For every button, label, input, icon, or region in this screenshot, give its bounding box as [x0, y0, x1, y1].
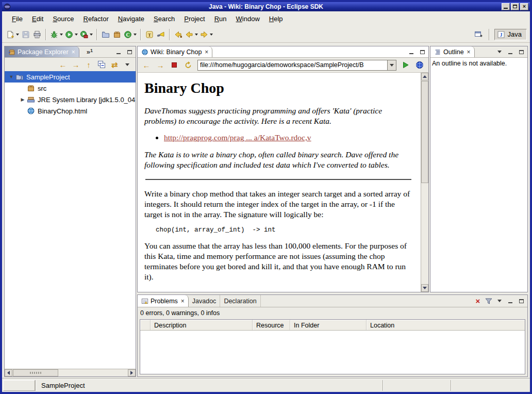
menu-refactor[interactable]: Refactor	[79, 13, 113, 24]
window-close-button[interactable]: ×	[520, 3, 528, 10]
url-input[interactable]	[197, 60, 387, 71]
tab-javadoc[interactable]: Javadoc	[189, 295, 221, 307]
scroll-up-button[interactable]	[421, 73, 428, 80]
kata-link[interactable]: http://pragprog.com/prag ... a/KataTwo.r…	[164, 133, 311, 142]
menu-window[interactable]: Window	[231, 13, 264, 24]
tab-package-explorer[interactable]: Package Explorer ×	[5, 46, 79, 57]
horizontal-scrollbar[interactable]	[5, 369, 136, 376]
html-file-icon	[27, 107, 35, 115]
tab-outline[interactable]: Outline ×	[430, 46, 475, 57]
scroll-left-button[interactable]	[5, 369, 12, 376]
browser-back-button[interactable]: ←	[141, 59, 152, 71]
tree-item-sampleproject[interactable]: ▼ J SampleProject	[5, 71, 136, 83]
titlebar[interactable]: Java - Wiki: Binary Chop - Eclipse SDK ×	[2, 2, 530, 11]
column-resource[interactable]: Resource	[253, 320, 290, 330]
run-button[interactable]	[64, 28, 79, 41]
print-button[interactable]	[31, 28, 43, 41]
maximize-view-button[interactable]	[517, 297, 525, 305]
new-wizard-button[interactable]	[5, 28, 20, 41]
maximize-view-button[interactable]	[517, 48, 525, 56]
tree-item-label: BinaryChop.html	[38, 107, 87, 115]
go-up-button[interactable]: ↑	[85, 60, 93, 69]
view-menu-button[interactable]	[495, 297, 504, 305]
window-minimize-button[interactable]	[502, 3, 510, 10]
minimize-view-button[interactable]	[506, 297, 514, 305]
package-explorer-toolbar: ← → ↑ ⇄	[5, 58, 136, 71]
open-type-button[interactable]: T	[144, 28, 155, 41]
source-folder-icon	[27, 84, 35, 92]
column-icon[interactable]	[140, 320, 151, 330]
new-java-project-button[interactable]	[100, 28, 111, 41]
new-java-class-button[interactable]: C	[123, 28, 138, 41]
view-menu-button[interactable]	[123, 60, 131, 69]
tab-declaration[interactable]: Declaration	[220, 295, 260, 307]
scroll-right-button[interactable]	[128, 369, 136, 376]
expander-collapsed-icon[interactable]: ▶	[19, 97, 26, 102]
view-menu-button[interactable]	[495, 48, 504, 56]
menu-navigate[interactable]: Navigate	[113, 13, 149, 24]
menu-edit[interactable]: Edit	[27, 13, 48, 24]
scrollbar-thumb[interactable]	[421, 81, 428, 183]
browser-toolbar: ← →	[138, 58, 428, 73]
problems-icon	[141, 298, 148, 305]
tree-item-jre-system-library[interactable]: ▶ JRE System Library [jdk1.5.0_04	[5, 94, 136, 105]
outline-icon	[434, 48, 441, 56]
close-tab-icon[interactable]: ×	[467, 48, 471, 56]
wiki-assumptions-paragraph: You can assume that the array has less t…	[144, 241, 412, 282]
menu-search[interactable]: Search	[149, 13, 179, 24]
go-button[interactable]	[400, 59, 411, 71]
last-edit-location-button[interactable]	[173, 28, 184, 41]
close-tab-icon[interactable]: ×	[181, 298, 185, 305]
collapse-all-button[interactable]	[97, 60, 106, 69]
back-history-button[interactable]: ←	[59, 60, 67, 69]
link-with-editor-button[interactable]: ⇄	[110, 60, 119, 69]
browser-forward-button[interactable]: →	[155, 59, 166, 71]
external-tools-button[interactable]	[79, 28, 94, 41]
java-perspective-button[interactable]: J Java	[494, 29, 527, 40]
column-description[interactable]: Description	[151, 320, 253, 330]
maximize-view-button[interactable]	[125, 48, 134, 56]
menu-project[interactable]: Project	[179, 13, 209, 24]
minimize-view-button[interactable]	[114, 48, 123, 56]
window-maximize-button[interactable]	[511, 3, 519, 10]
forward-history-button[interactable]: →	[72, 60, 80, 69]
menu-source[interactable]: Source	[48, 13, 78, 24]
minimize-view-button[interactable]	[506, 48, 514, 56]
tab-problems[interactable]: Problems ×	[138, 295, 189, 307]
filter-button[interactable]	[485, 297, 493, 305]
minimize-editor-button[interactable]	[407, 48, 415, 56]
save-button[interactable]	[20, 28, 31, 41]
refresh-button[interactable]	[182, 59, 194, 71]
column-location[interactable]: Location	[367, 320, 525, 330]
delete-button[interactable]: ×	[474, 297, 482, 305]
scrollbar-thumb[interactable]	[13, 369, 58, 376]
close-tab-icon[interactable]: ×	[205, 48, 208, 56]
column-in-folder[interactable]: In Folder	[290, 320, 367, 330]
open-in-browser-button[interactable]	[414, 59, 425, 71]
back-button[interactable]	[184, 28, 199, 41]
hidden-tabs-chevron[interactable]: »1	[87, 46, 93, 57]
tree-item-label: JRE System Library [jdk1.5.0_04	[38, 96, 135, 104]
toolbar-separator	[489, 29, 490, 40]
debug-button[interactable]	[49, 28, 64, 41]
expander-expanded-icon[interactable]: ▼	[8, 74, 15, 79]
menu-file[interactable]: File	[7, 13, 27, 24]
tree-item-src[interactable]: src	[5, 83, 136, 94]
close-tab-icon[interactable]: ×	[72, 48, 75, 56]
open-perspective-button[interactable]	[473, 28, 484, 41]
stop-button[interactable]	[169, 59, 180, 71]
new-java-package-button[interactable]	[111, 28, 123, 41]
url-dropdown-button[interactable]	[387, 60, 396, 71]
fast-view-bar[interactable]	[3, 380, 35, 391]
tree-item-binarychop-html[interactable]: BinaryChop.html	[5, 105, 136, 117]
scroll-down-button[interactable]	[421, 284, 428, 292]
statusbar-segment	[384, 379, 451, 392]
menu-help[interactable]: Help	[264, 13, 288, 24]
menu-run[interactable]: Run	[210, 13, 231, 24]
vertical-scrollbar[interactable]	[421, 73, 428, 292]
tab-wiki-binary-chop[interactable]: Wiki: Binary Chop ×	[138, 46, 212, 57]
maximize-editor-button[interactable]	[418, 48, 426, 56]
forward-button[interactable]	[199, 28, 214, 41]
search-button[interactable]	[155, 28, 167, 41]
workbench-area: Package Explorer × »1 ← → ↑ ⇄	[2, 43, 530, 379]
